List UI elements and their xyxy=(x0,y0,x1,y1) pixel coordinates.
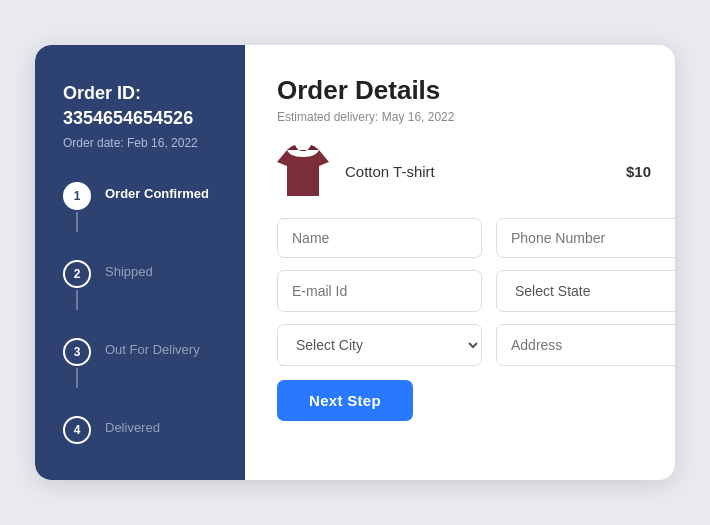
email-input[interactable] xyxy=(277,270,482,312)
order-date: Order date: Feb 16, 2022 xyxy=(63,136,221,150)
product-name: Cotton T-shirt xyxy=(345,163,610,180)
next-step-button[interactable]: Next Step xyxy=(277,380,413,421)
form-row-3: Select City xyxy=(277,324,675,366)
estimated-delivery: Estimated delivery: May 16, 2022 xyxy=(277,110,675,124)
city-select[interactable]: Select City xyxy=(277,324,482,366)
form-grid: Select State Select City xyxy=(277,218,675,366)
content-panel: Order Details Estimated delivery: May 16… xyxy=(245,45,675,480)
sidebar: Order ID: 3354654654526 Order date: Feb … xyxy=(35,45,245,480)
step-item-4: 4 Delivered xyxy=(63,416,221,444)
step-circle-1: 1 xyxy=(63,182,91,210)
main-card: Order ID: 3354654654526 Order date: Feb … xyxy=(35,45,675,480)
step-item-1: 1 Order Confirmed xyxy=(63,182,221,260)
step-label-3: Out For Delivery xyxy=(105,342,200,357)
step-item-3: 3 Out For Delivery xyxy=(63,338,221,416)
step-label-4: Delivered xyxy=(105,420,160,435)
step-line-2 xyxy=(76,290,78,310)
steps: 1 Order Confirmed 2 Shipped 3 Out xyxy=(63,182,221,444)
product-price: $10 xyxy=(626,163,651,180)
step-circle-3: 3 xyxy=(63,338,91,366)
product-row: Cotton T-shirt $10 🗑 xyxy=(277,142,675,200)
step-line-1 xyxy=(76,212,78,232)
product-image xyxy=(277,142,329,200)
form-row-2: Select State xyxy=(277,270,675,312)
order-id-label: Order ID: 3354654654526 xyxy=(63,81,221,130)
step-line-3 xyxy=(76,368,78,388)
step-item-2: 2 Shipped xyxy=(63,260,221,338)
page-title: Order Details xyxy=(277,75,675,106)
name-input[interactable] xyxy=(277,218,482,258)
form-row-1 xyxy=(277,218,675,258)
step-circle-2: 2 xyxy=(63,260,91,288)
step-label-2: Shipped xyxy=(105,264,153,279)
step-circle-4: 4 xyxy=(63,416,91,444)
phone-input[interactable] xyxy=(496,218,675,258)
state-select[interactable]: Select State xyxy=(496,270,675,312)
address-input[interactable] xyxy=(496,324,675,366)
step-label-1: Order Confirmed xyxy=(105,186,209,201)
